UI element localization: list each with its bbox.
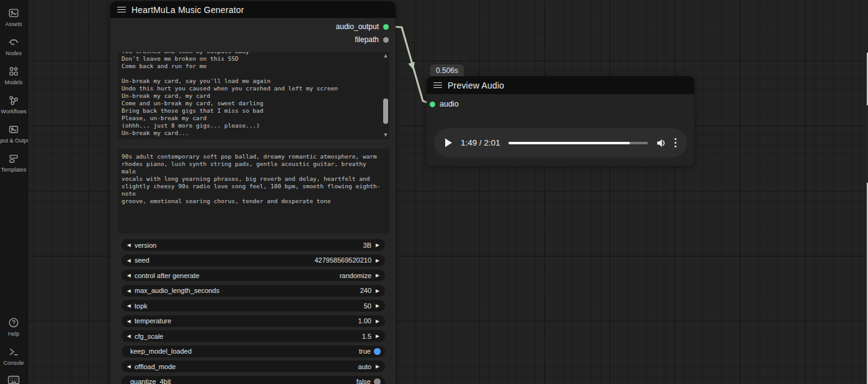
assets-icon	[8, 7, 19, 19]
input-audio-label: audio	[440, 100, 459, 108]
workflows-icon	[8, 95, 19, 106]
widget-value: false	[356, 378, 371, 384]
output-filepath-label: filepath	[355, 35, 379, 44]
widget-keep_model_loaded[interactable]: keep_model_loadedtrue	[122, 346, 385, 357]
player-time: 1:49 / 2:01	[461, 138, 500, 147]
widget-label: topk	[135, 302, 148, 310]
scroll-up-icon[interactable]: ▲	[384, 53, 387, 59]
widget-value: 1.5	[362, 333, 371, 340]
widget-label: version	[135, 242, 156, 249]
increment-arrow-icon[interactable]: ▶	[374, 303, 381, 308]
decrement-arrow-icon[interactable]: ◀	[126, 258, 132, 263]
output-audio-output-port[interactable]	[383, 24, 389, 30]
console-icon	[8, 346, 19, 357]
widget-cfg_scale[interactable]: ◀cfg_scale1.5▶	[122, 330, 385, 342]
widget-temperature[interactable]: ◀temperature1.00▶	[122, 315, 385, 327]
preview-node-header[interactable]: Preview Audio	[427, 76, 694, 94]
decrement-arrow-icon[interactable]: ◀	[126, 333, 132, 339]
widget-topk[interactable]: ◀topk50▶	[122, 300, 385, 312]
nodes-icon	[8, 37, 19, 48]
node-heartmula-music-generator[interactable]: HeartMuLa Music Generator audio_output f…	[110, 1, 396, 384]
preview-node-title: Preview Audio	[448, 81, 504, 90]
generator-node-header[interactable]: HeartMuLa Music Generator	[110, 1, 396, 18]
widget-seed[interactable]: ◀seed427958569520210▶	[122, 255, 385, 266]
increment-arrow-icon[interactable]: ▶	[374, 364, 381, 369]
scroll-down-icon[interactable]: ▼	[384, 133, 387, 138]
widget-label: temperature	[135, 317, 171, 325]
sidebar-item-input-output[interactable]: Input & Output	[0, 124, 28, 153]
decrement-arrow-icon[interactable]: ◀	[126, 242, 132, 248]
widget-quantize_4bit[interactable]: quantize_4bitfalse	[122, 376, 385, 384]
decrement-arrow-icon[interactable]: ◀	[126, 303, 132, 308]
widget-offload_mode[interactable]: ◀offload_modeauto▶	[122, 360, 385, 372]
models-icon	[8, 66, 19, 77]
widget-label: max_audio_length_seconds	[135, 287, 219, 294]
output-filepath[interactable]: filepath	[355, 35, 389, 44]
input-output-icon	[8, 124, 19, 135]
sidebar-item-help[interactable]: Help	[0, 317, 28, 346]
node-menu-icon[interactable]	[433, 82, 442, 89]
widget-label: cfg_scale	[135, 333, 163, 340]
increment-arrow-icon[interactable]: ▶	[374, 258, 381, 263]
node-menu-icon[interactable]	[117, 7, 126, 13]
increment-arrow-icon[interactable]: ▶	[374, 318, 381, 324]
widget-version[interactable]: ◀version3B▶	[122, 239, 385, 251]
sidebar-item-console[interactable]: Console	[0, 346, 28, 375]
help-icon	[8, 317, 19, 328]
output-filepath-port[interactable]	[383, 37, 389, 43]
input-audio-port[interactable]	[430, 102, 435, 107]
generator-outputs: audio_output filepath	[336, 22, 389, 44]
widget-label: seed	[135, 256, 149, 264]
widget-value: 427958569520210	[314, 256, 371, 264]
decrement-arrow-icon[interactable]: ◀	[126, 288, 132, 294]
increment-arrow-icon[interactable]: ▶	[374, 242, 381, 248]
input-audio[interactable]: audio	[430, 100, 459, 108]
player-menu-icon[interactable]	[675, 138, 676, 147]
output-audio-output-label: audio_output	[336, 22, 379, 31]
style-prompt-textarea[interactable]: 90s adult contemporary soft pop ballad, …	[118, 149, 389, 233]
sidebar: Assets Nodes Models Workflows Input & Ou…	[0, 0, 28, 384]
increment-arrow-icon[interactable]: ▶	[374, 273, 381, 278]
widget-max_audio_length_seconds[interactable]: ◀max_audio_length_seconds240▶	[122, 285, 385, 297]
style-prompt-text: 90s adult contemporary soft pop ballad, …	[122, 153, 383, 205]
volume-icon[interactable]	[656, 138, 666, 148]
increment-arrow-icon[interactable]: ▶	[374, 333, 381, 339]
player-progress-fill	[508, 142, 630, 144]
lyrics-scroll-thumb[interactable]	[383, 98, 388, 123]
keyboard-icon	[7, 375, 20, 384]
widget-value: 240	[360, 287, 371, 294]
widget-label: keep_model_loaded	[130, 347, 192, 355]
sidebar-item-assets[interactable]: Assets	[0, 7, 28, 37]
widget-value: true	[359, 347, 371, 355]
widget-value: randomize	[340, 272, 371, 279]
widget-value: 3B	[363, 242, 371, 249]
sidebar-item-templates[interactable]: Templates	[0, 153, 28, 182]
decrement-arrow-icon[interactable]: ◀	[126, 273, 132, 278]
sidebar-bottom-group: Help Console	[0, 317, 28, 384]
decrement-arrow-icon[interactable]: ◀	[126, 318, 132, 324]
decrement-arrow-icon[interactable]: ◀	[126, 364, 132, 369]
templates-icon	[8, 153, 19, 164]
widget-value: 1.00	[358, 317, 371, 325]
toggle-off-icon[interactable]	[374, 378, 381, 384]
widget-label: quantize_4bit	[130, 378, 170, 384]
sidebar-item-workflows[interactable]: Workflows	[0, 95, 28, 124]
audio-player[interactable]: 1:49 / 2:01	[434, 128, 687, 157]
increment-arrow-icon[interactable]: ▶	[374, 288, 381, 294]
lyrics-textarea[interactable]: You crashed and took my outputs away Don…	[118, 52, 389, 139]
widget-rows: ◀version3B▶◀seed427958569520210▶◀control…	[122, 239, 385, 384]
sidebar-item-models[interactable]: Models	[0, 66, 28, 95]
lyrics-scrollbar[interactable]: ▲ ▼	[383, 53, 389, 138]
player-seek-bar[interactable]	[508, 142, 648, 144]
sidebar-item-shortcuts[interactable]	[0, 375, 28, 384]
generator-node-title: HeartMuLa Music Generator	[131, 5, 244, 15]
widget-control-after-generate[interactable]: ◀control after generaterandomize▶	[122, 269, 385, 281]
execution-time-badge: 0.506s	[430, 64, 464, 76]
play-icon[interactable]	[445, 138, 453, 147]
sidebar-item-nodes[interactable]: Nodes	[0, 37, 28, 66]
node-preview-audio[interactable]: 0.506s Preview Audio audio 1:49 / 2:01	[427, 76, 694, 166]
toggle-on-icon[interactable]	[374, 348, 381, 355]
output-audio-output[interactable]: audio_output	[336, 22, 389, 31]
lyrics-scroll-track[interactable]	[383, 59, 388, 133]
lyrics-text: You crashed and took my outputs away Don…	[122, 52, 379, 137]
